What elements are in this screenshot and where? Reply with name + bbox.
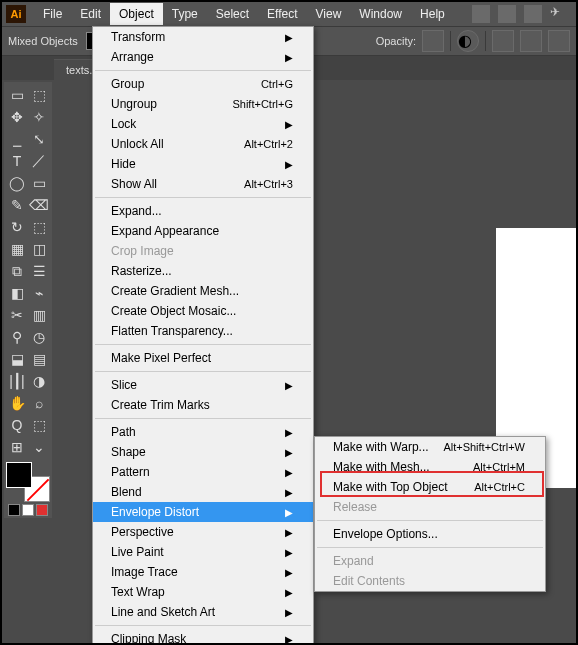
- menu-item-label: Lock: [111, 117, 136, 131]
- menu-item-make-pixel-perfect[interactable]: Make Pixel Perfect: [93, 348, 313, 368]
- tool-18[interactable]: ◧: [6, 282, 28, 304]
- workspace-icon[interactable]: [472, 5, 490, 23]
- menu-shortcut: Alt+Ctrl+3: [244, 178, 293, 190]
- menu-item-lock[interactable]: Lock▶: [93, 114, 313, 134]
- tool-4[interactable]: ⎯: [6, 128, 28, 150]
- align-button-2[interactable]: [520, 30, 542, 52]
- tool-5[interactable]: ⤡: [28, 128, 50, 150]
- menu-type[interactable]: Type: [163, 3, 207, 25]
- menu-object[interactable]: Object: [110, 3, 163, 25]
- tool-9[interactable]: ▭: [28, 172, 50, 194]
- menu-separator: [95, 70, 311, 71]
- tool-7[interactable]: ／: [28, 150, 50, 172]
- menu-item-pattern[interactable]: Pattern▶: [93, 462, 313, 482]
- object-dropdown: Transform▶Arrange▶GroupCtrl+GUngroupShif…: [92, 26, 314, 645]
- menu-item-group[interactable]: GroupCtrl+G: [93, 74, 313, 94]
- menu-item-text-wrap[interactable]: Text Wrap▶: [93, 582, 313, 602]
- tool-24[interactable]: ⬓: [6, 348, 28, 370]
- tool-16[interactable]: ⧉: [6, 260, 28, 282]
- tool-17[interactable]: ☰: [28, 260, 50, 282]
- menu-item-create-gradient-mesh-[interactable]: Create Gradient Mesh...: [93, 281, 313, 301]
- menu-item-blend[interactable]: Blend▶: [93, 482, 313, 502]
- tool-2[interactable]: ✥: [6, 106, 28, 128]
- menu-item-line-and-sketch-art[interactable]: Line and Sketch Art▶: [93, 602, 313, 622]
- menu-item-unlock-all[interactable]: Unlock AllAlt+Ctrl+2: [93, 134, 313, 154]
- tool-20[interactable]: ✂: [6, 304, 28, 326]
- tool-26[interactable]: |┃|: [6, 370, 28, 392]
- tool-0[interactable]: ▭: [6, 84, 28, 106]
- align-button-3[interactable]: [548, 30, 570, 52]
- color-picker[interactable]: [6, 462, 50, 502]
- mini-swatch[interactable]: [36, 504, 48, 516]
- menu-item-expand-[interactable]: Expand...: [93, 201, 313, 221]
- tool-28[interactable]: ✋: [6, 392, 28, 414]
- tool-21[interactable]: ▥: [28, 304, 50, 326]
- menu-edit[interactable]: Edit: [71, 3, 110, 25]
- tool-19[interactable]: ⌁: [28, 282, 50, 304]
- menu-help[interactable]: Help: [411, 3, 454, 25]
- menu-item-create-object-mosaic-[interactable]: Create Object Mosaic...: [93, 301, 313, 321]
- tool-22[interactable]: ⚲: [6, 326, 28, 348]
- tool-10[interactable]: ✎: [6, 194, 28, 216]
- menu-item-label: Shape: [111, 445, 146, 459]
- menu-item-expand-appearance[interactable]: Expand Appearance: [93, 221, 313, 241]
- menu-item-hide[interactable]: Hide▶: [93, 154, 313, 174]
- menu-item-label: Pattern: [111, 465, 150, 479]
- tool-8[interactable]: ◯: [6, 172, 28, 194]
- menu-item-transform[interactable]: Transform▶: [93, 27, 313, 47]
- tool-27[interactable]: ◑: [28, 370, 50, 392]
- tool-33[interactable]: ⌄: [28, 436, 50, 458]
- submenu-item-make-with-mesh-[interactable]: Make with Mesh...Alt+Ctrl+M: [315, 457, 545, 477]
- gpu-icon[interactable]: ✈: [550, 5, 568, 23]
- opacity-label: Opacity:: [376, 35, 416, 47]
- tool-6[interactable]: T: [6, 150, 28, 172]
- tool-25[interactable]: ▤: [28, 348, 50, 370]
- menu-item-create-trim-marks[interactable]: Create Trim Marks: [93, 395, 313, 415]
- tool-1[interactable]: ⬚: [28, 84, 50, 106]
- menu-item-label: Text Wrap: [111, 585, 165, 599]
- menu-item-live-paint[interactable]: Live Paint▶: [93, 542, 313, 562]
- submenu-item-make-with-top-object[interactable]: Make with Top ObjectAlt+Ctrl+C: [315, 477, 545, 497]
- opacity-field[interactable]: [422, 30, 444, 52]
- menu-item-show-all[interactable]: Show AllAlt+Ctrl+3: [93, 174, 313, 194]
- tool-32[interactable]: ⊞: [6, 436, 28, 458]
- style-button[interactable]: ◐: [457, 30, 479, 52]
- tool-3[interactable]: ✧: [28, 106, 50, 128]
- mini-swatch[interactable]: [8, 504, 20, 516]
- menu-item-image-trace[interactable]: Image Trace▶: [93, 562, 313, 582]
- menu-file[interactable]: File: [34, 3, 71, 25]
- menu-item-label: Expand Appearance: [111, 224, 219, 238]
- mini-swatch[interactable]: [22, 504, 34, 516]
- fill-swatch-tool[interactable]: [6, 462, 32, 488]
- tool-30[interactable]: Q: [6, 414, 28, 436]
- submenu-item-make-with-warp-[interactable]: Make with Warp...Alt+Shift+Ctrl+W: [315, 437, 545, 457]
- tool-29[interactable]: ⌕: [28, 392, 50, 414]
- menu-item-arrange[interactable]: Arrange▶: [93, 47, 313, 67]
- menu-window[interactable]: Window: [350, 3, 411, 25]
- menu-select[interactable]: Select: [207, 3, 258, 25]
- menu-item-flatten-transparency-[interactable]: Flatten Transparency...: [93, 321, 313, 341]
- align-button[interactable]: [492, 30, 514, 52]
- menu-separator: [95, 418, 311, 419]
- tool-23[interactable]: ◷: [28, 326, 50, 348]
- menu-item-clipping-mask[interactable]: Clipping Mask▶: [93, 629, 313, 645]
- menu-view[interactable]: View: [307, 3, 351, 25]
- menu-item-shape[interactable]: Shape▶: [93, 442, 313, 462]
- menu-item-slice[interactable]: Slice▶: [93, 375, 313, 395]
- tool-14[interactable]: ▦: [6, 238, 28, 260]
- menu-item-envelope-distort[interactable]: Envelope Distort▶: [93, 502, 313, 522]
- arrange-docs-icon[interactable]: [524, 5, 542, 23]
- stock-icon[interactable]: [498, 5, 516, 23]
- menu-item-rasterize-[interactable]: Rasterize...: [93, 261, 313, 281]
- menu-item-ungroup[interactable]: UngroupShift+Ctrl+G: [93, 94, 313, 114]
- menu-item-path[interactable]: Path▶: [93, 422, 313, 442]
- tool-31[interactable]: ⬚: [28, 414, 50, 436]
- submenu-item-envelope-options-[interactable]: Envelope Options...: [315, 524, 545, 544]
- tool-12[interactable]: ↻: [6, 216, 28, 238]
- tool-11[interactable]: ⌫: [28, 194, 50, 216]
- menu-separator: [95, 197, 311, 198]
- menu-item-perspective[interactable]: Perspective▶: [93, 522, 313, 542]
- menu-effect[interactable]: Effect: [258, 3, 306, 25]
- tool-13[interactable]: ⬚: [28, 216, 50, 238]
- tool-15[interactable]: ◫: [28, 238, 50, 260]
